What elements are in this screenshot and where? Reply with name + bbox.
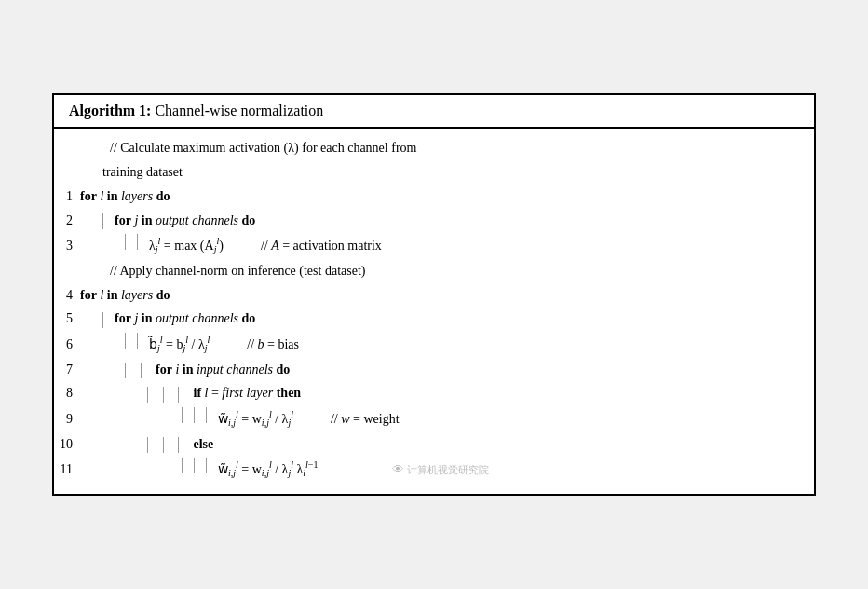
line-2: 2 for j in output channels do	[54, 209, 814, 233]
line-10: 10 else	[54, 432, 814, 457]
line-9: 9 w̃i,jl = wi,jl / λjl // w = weight	[54, 405, 814, 431]
comment-line-2: // Apply channel-norm on inference (test…	[54, 259, 814, 283]
line-5: 5 for j in output channels do	[54, 307, 814, 331]
line-4: 4 for l in layers do	[54, 283, 814, 308]
comment-line-1b: training dataset	[54, 160, 814, 185]
algorithm-container: Algorithm 1: Channel-wise normalization …	[52, 93, 816, 496]
line-8: 8 if l = first layer then	[54, 381, 814, 405]
line-7: 7 for i in input channels do	[54, 358, 814, 382]
algorithm-header: Algorithm 1: Channel-wise normalization	[54, 95, 814, 129]
algorithm-label: Algorithm 1:	[69, 103, 151, 118]
algorithm-title: Channel-wise normalization	[155, 103, 323, 118]
algorithm-body: // Calculate maximum activation (λ) for …	[54, 129, 814, 494]
comment-line-1: // Calculate maximum activation (λ) for …	[54, 136, 814, 160]
line-11: 11 w̃i,jl = wi,jl / λjl λil−1 👁 计算机视觉研究院	[54, 456, 814, 482]
line-3: 3 λjl = max (Ajl) // A = activation matr…	[54, 232, 814, 258]
algorithm-content: // Calculate maximum activation (λ) for …	[54, 129, 814, 494]
line-6: 6 b̃jl = bjl / λjl // b = bias	[54, 331, 814, 357]
line-1: 1 for l in layers do	[54, 185, 814, 209]
